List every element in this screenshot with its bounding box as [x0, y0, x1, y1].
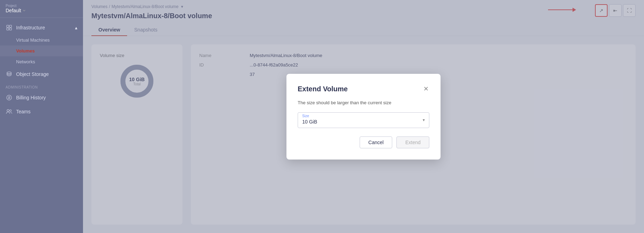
object-storage-label: Object Storage	[16, 71, 49, 77]
billing-history-label: Billing History	[16, 95, 46, 100]
cancel-button[interactable]: Cancel	[360, 136, 393, 148]
dialog-actions: Cancel Extend	[298, 136, 429, 148]
infrastructure-icon	[6, 24, 13, 31]
dialog-title: Extend Volume	[298, 85, 348, 93]
svg-rect-3	[9, 28, 12, 30]
sidebar-item-billing-history[interactable]: Billing History	[0, 91, 83, 105]
sidebar-item-object-storage[interactable]: Object Storage	[0, 67, 83, 81]
project-name: Default	[6, 8, 26, 13]
sidebar-item-volumes[interactable]: Volumes	[0, 45, 83, 56]
modal-overlay: Extend Volume ✕ The size should be large…	[83, 0, 644, 233]
object-storage-icon	[6, 71, 13, 78]
svg-point-6	[7, 110, 9, 112]
main-area: Volumes / Mytestvm/AlmaLinux-8/Boot volu…	[83, 0, 644, 233]
sidebar-item-virtual-machines[interactable]: Virtual Machines	[0, 35, 83, 45]
dialog-close-button[interactable]: ✕	[423, 85, 429, 93]
svg-rect-0	[7, 25, 9, 27]
teams-label: Teams	[16, 109, 30, 114]
dialog-hint: The size should be larger than the curre…	[298, 100, 429, 105]
size-field-label: Size	[302, 114, 425, 118]
sidebar-nav: Infrastructure ▴ Virtual Machines Volume…	[0, 18, 83, 233]
extend-button[interactable]: Extend	[396, 136, 429, 148]
project-label: Project	[6, 4, 26, 8]
sidebar-item-networks[interactable]: Networks	[0, 56, 83, 67]
svg-point-7	[10, 110, 12, 112]
administration-section-label: ADMINISTRATION	[0, 81, 83, 91]
svg-rect-2	[7, 28, 9, 30]
main-content: Volumes / Mytestvm/AlmaLinux-8/Boot volu…	[83, 0, 644, 233]
sidebar: Project Default Infrastructure ▴ Virtual…	[0, 0, 83, 233]
size-field: Size 10 GiB 20 GiB 40 GiB 80 GiB 160 GiB…	[298, 112, 429, 128]
teams-icon	[6, 108, 13, 115]
size-select[interactable]: 10 GiB 20 GiB 40 GiB 80 GiB 160 GiB 320 …	[302, 119, 425, 125]
chevron-down-icon	[22, 9, 26, 12]
sidebar-item-infrastructure[interactable]: Infrastructure ▴	[0, 21, 83, 35]
extend-volume-dialog: Extend Volume ✕ The size should be large…	[286, 74, 441, 160]
sidebar-item-teams[interactable]: Teams	[0, 105, 83, 119]
chevron-up-icon: ▴	[75, 25, 77, 30]
svg-rect-1	[9, 25, 12, 27]
dialog-header: Extend Volume ✕	[298, 85, 429, 93]
project-selector[interactable]: Project Default	[0, 0, 83, 18]
infrastructure-label: Infrastructure	[16, 25, 45, 30]
billing-icon	[6, 94, 13, 101]
